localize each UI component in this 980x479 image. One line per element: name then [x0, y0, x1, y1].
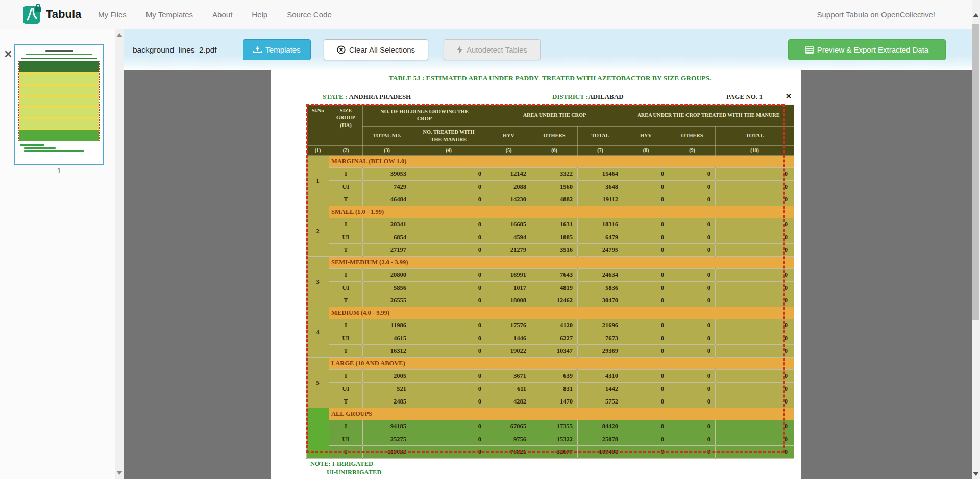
window-scroll-down-icon[interactable] [973, 472, 979, 476]
district-label: DISTRICT : [552, 93, 588, 100]
templates-icon [253, 46, 262, 54]
window-scrollbar[interactable] [972, 0, 980, 479]
export-button-label: Preview & Export Extracted Data [817, 45, 928, 54]
pdf-note: NOTE: I-IRRIGATED UI-UNIRRIGATED [310, 460, 381, 477]
clear-selections-icon [337, 45, 346, 54]
sidebar-scroll-down-icon[interactable] [116, 471, 122, 475]
nav-item-my-templates[interactable]: My Templates [146, 10, 193, 19]
window-scroll-up-icon[interactable] [973, 13, 979, 17]
document-filename: background_lines_2.pdf [133, 29, 217, 70]
page-thumbnail-image [15, 45, 103, 164]
support-opencollective-link[interactable]: Support Tabula on OpenCollective! [817, 0, 935, 29]
nav-item-source-code[interactable]: Source Code [287, 10, 332, 19]
sidebar-scrollbar[interactable] [115, 29, 124, 479]
lightning-icon [457, 45, 463, 54]
selection-close-icon[interactable]: ✕ [784, 92, 793, 101]
spreadsheet-icon [805, 46, 814, 54]
nav-item-my-files[interactable]: My Files [98, 10, 127, 19]
table-selection-box[interactable] [306, 104, 785, 453]
top-navbar: Tabula My Files My Templates About Help … [0, 0, 980, 29]
clear-button-label: Clear All Selections [349, 45, 415, 54]
page-thumbnail-sidebar: ✕ 1 [0, 29, 115, 479]
nav-links: My Files My Templates About Help Source … [98, 0, 332, 29]
autodetect-button-label: Autodetect Tables [467, 45, 527, 54]
pdf-page-no: PAGE NO. 1 [726, 93, 763, 101]
state-label: STATE : [323, 93, 347, 100]
page-number-label: 1 [14, 166, 104, 175]
templates-button-label: Templates [265, 45, 300, 54]
autodetect-tables-button[interactable]: Autodetect Tables [444, 39, 541, 60]
templates-button[interactable]: Templates [243, 39, 311, 60]
tabula-logo-icon [22, 4, 42, 24]
note-line-2: UI-UNIRRIGATED [327, 468, 381, 477]
remove-page-icon[interactable]: ✕ [3, 48, 14, 60]
document-toolbar: background_lines_2.pdf Templates Clear A… [124, 29, 972, 70]
nav-item-help[interactable]: Help [252, 10, 267, 19]
tabula-logo-link[interactable]: Tabula [22, 4, 81, 24]
preview-export-button[interactable]: Preview & Export Extracted Data [788, 39, 946, 60]
nav-item-about[interactable]: About [212, 10, 232, 19]
pdf-district-line: DISTRICT :ADILABAD [552, 93, 624, 101]
pdf-state-line: STATE : ANDHRA PRADESH [323, 93, 411, 101]
pdf-page[interactable]: TABLE 5J : ESTIMATED AREA UNDER PADDY TR… [271, 70, 801, 479]
page-thumbnail[interactable] [14, 44, 104, 165]
state-value: ANDHRA PRADESH [349, 93, 411, 100]
window-scrollbar-thumb[interactable] [972, 24, 979, 320]
note-line-1: NOTE: I-IRRIGATED [310, 460, 381, 468]
pdf-table-title: TABLE 5J : ESTIMATED AREA UNDER PADDY TR… [306, 74, 794, 82]
clear-all-selections-button[interactable]: Clear All Selections [324, 39, 428, 60]
district-value: ADILABAD [588, 93, 623, 100]
sidebar-scroll-up-icon[interactable] [116, 33, 122, 37]
brand-name: Tabula [46, 8, 81, 21]
document-viewer: TABLE 5J : ESTIMATED AREA UNDER PADDY TR… [124, 70, 972, 479]
